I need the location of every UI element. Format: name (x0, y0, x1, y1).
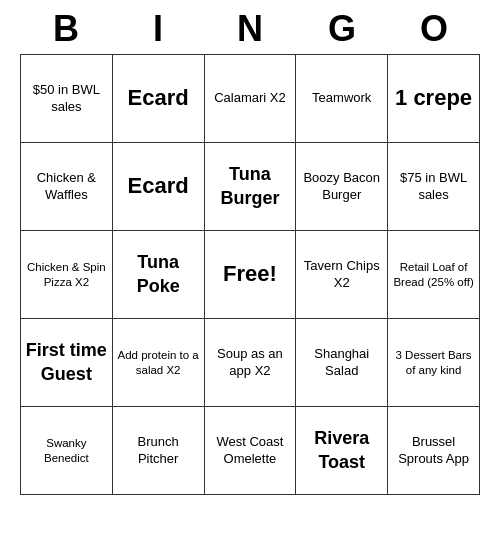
cell-r2-c4: Retail Loaf of Bread (25% off) (388, 231, 480, 319)
cell-r1-c3: Boozy Bacon Burger (296, 143, 388, 231)
cell-r1-c2: Tuna Burger (204, 143, 296, 231)
cell-r0-c0: $50 in BWL sales (21, 55, 113, 143)
cell-r0-c4: 1 crepe (388, 55, 480, 143)
cell-r2-c3: Tavern Chips X2 (296, 231, 388, 319)
cell-r3-c0: First time Guest (21, 319, 113, 407)
cell-r4-c0: Swanky Benedict (21, 407, 113, 495)
cell-r4-c3: Rivera Toast (296, 407, 388, 495)
header-letter-g: G (302, 8, 382, 50)
bingo-header: B I N G O (20, 0, 480, 54)
cell-r4-c4: Brussel Sprouts App (388, 407, 480, 495)
bingo-table: $50 in BWL salesEcardCalamari X2Teamwork… (20, 54, 480, 495)
cell-r2-c2: Free! (204, 231, 296, 319)
cell-r1-c1: Ecard (112, 143, 204, 231)
cell-r4-c1: Brunch Pitcher (112, 407, 204, 495)
cell-r3-c1: Add protein to a salad X2 (112, 319, 204, 407)
cell-r0-c1: Ecard (112, 55, 204, 143)
header-letter-b: B (26, 8, 106, 50)
cell-r4-c2: West Coast Omelette (204, 407, 296, 495)
cell-r1-c4: $75 in BWL sales (388, 143, 480, 231)
cell-r0-c3: Teamwork (296, 55, 388, 143)
cell-r2-c1: Tuna Poke (112, 231, 204, 319)
cell-r2-c0: Chicken & Spin Pizza X2 (21, 231, 113, 319)
header-letter-n: N (210, 8, 290, 50)
header-letter-i: I (118, 8, 198, 50)
header-letter-o: O (394, 8, 474, 50)
cell-r0-c2: Calamari X2 (204, 55, 296, 143)
cell-r3-c2: Soup as an app X2 (204, 319, 296, 407)
cell-r3-c4: 3 Dessert Bars of any kind (388, 319, 480, 407)
cell-r3-c3: Shanghai Salad (296, 319, 388, 407)
cell-r1-c0: Chicken & Waffles (21, 143, 113, 231)
